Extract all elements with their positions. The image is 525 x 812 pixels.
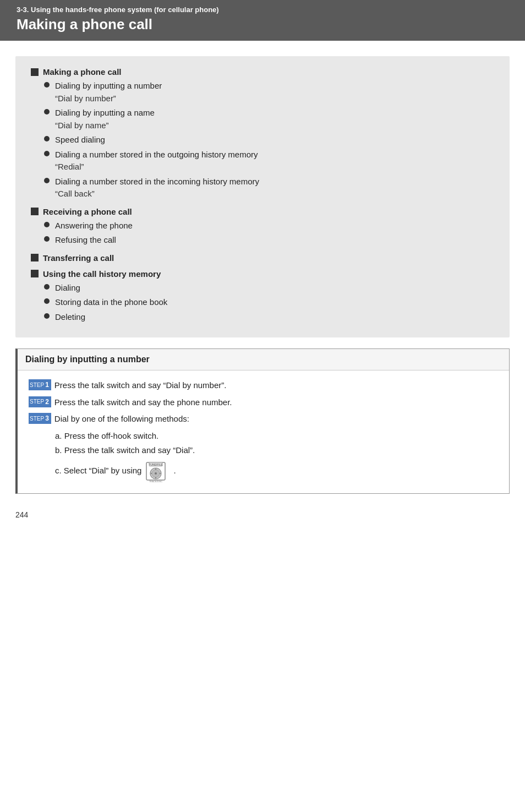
step-text-2: Press the talk switch and say the phone … <box>54 396 232 409</box>
sub-step-text-b: Press the talk switch and say “Dial”. <box>64 445 195 455</box>
toc-items-history: Dialing Storing data in the phone book D… <box>31 282 494 324</box>
sub-step-c-row: c. Select “Dial” by using TUNE/FILE <box>55 459 498 482</box>
bullet-icon <box>44 151 50 156</box>
toc-heading-making: Making a phone call <box>31 67 494 77</box>
toc-heading-history: Using the call history memory <box>31 269 494 279</box>
bullet-icon <box>44 313 50 319</box>
step-text-1: Press the talk switch and say “Dial by n… <box>54 379 227 392</box>
tune-file-knob-icon: TUNE/FILE TRACK/DISC <box>146 459 169 482</box>
toc-item-text: Dialing a number stored in the incoming … <box>55 176 259 200</box>
toc-section-transferring: Transferring a call <box>31 253 494 263</box>
toc-heading-transferring: Transferring a call <box>31 253 494 263</box>
toc-items-receiving: Answering the phone Refusing the call <box>31 220 494 247</box>
toc-heading-label: Using the call history memory <box>43 269 161 279</box>
page-header: 3-3. Using the hands-free phone system (… <box>0 0 525 41</box>
section-title: Dialing by inputting a number <box>18 349 509 370</box>
toc-item-text: Dialing by inputting a number “Dial by n… <box>55 80 162 105</box>
list-item: Dialing a number stored in the outgoing … <box>44 149 494 173</box>
step-label: STEP <box>30 397 44 406</box>
period: . <box>173 466 176 475</box>
step-row-1: STEP 1 Press the talk switch and say “Di… <box>29 379 498 392</box>
square-icon <box>31 68 39 76</box>
step-text-3: Dial by one of the following methods: <box>54 413 189 426</box>
bullet-icon <box>44 222 50 227</box>
bullet-icon <box>44 284 50 290</box>
toc-heading-label: Transferring a call <box>43 253 114 263</box>
toc-section-making: Making a phone call Dialing by inputting… <box>31 67 494 200</box>
square-icon <box>31 254 39 261</box>
list-item: Answering the phone <box>44 220 494 232</box>
toc-item-text: Refusing the call <box>55 234 116 247</box>
toc-item-text: Dialing a number stored in the outgoing … <box>55 149 258 173</box>
list-item: Dialing <box>44 282 494 295</box>
bullet-icon <box>44 82 50 88</box>
step-num-3: 3 <box>45 413 49 423</box>
list-item: Speed dialing <box>44 134 494 146</box>
square-icon <box>31 208 39 215</box>
list-item: Dialing by inputting a name “Dial by nam… <box>44 107 494 132</box>
toc-item-sub: “Dial by name” <box>55 119 155 132</box>
bullet-icon <box>44 236 50 242</box>
sub-step-label-a: a. <box>55 431 64 440</box>
bullet-icon <box>44 178 50 183</box>
toc-item-text: Deleting <box>55 311 85 324</box>
list-item: Deleting <box>44 311 494 324</box>
toc-box: Making a phone call Dialing by inputting… <box>15 56 510 337</box>
sub-step-a: a. Press the off-hook switch. <box>55 430 498 443</box>
toc-item-text: Dialing <box>55 282 80 295</box>
bullet-icon <box>44 298 50 304</box>
sub-step-text-a: Press the off-hook switch. <box>64 431 158 440</box>
step-badge-2: STEP 2 <box>29 396 51 407</box>
sub-steps: a. Press the off-hook switch. b. Press t… <box>55 430 498 457</box>
sub-step-text-c: Select “Dial” by using <box>64 466 142 475</box>
dialing-section: Dialing by inputting a number STEP 1 Pre… <box>15 348 510 494</box>
list-item: Refusing the call <box>44 234 494 247</box>
list-item: Dialing a number stored in the incoming … <box>44 176 494 200</box>
section-content: STEP 1 Press the talk switch and say “Di… <box>18 370 509 493</box>
step-row-2: STEP 2 Press the talk switch and say the… <box>29 396 498 409</box>
toc-item-text: Answering the phone <box>55 220 133 232</box>
svg-text:TRACK/DISC: TRACK/DISC <box>149 480 162 483</box>
svg-text:TUNE/FILE: TUNE/FILE <box>149 463 163 466</box>
toc-item-text: Storing data in the phone book <box>55 296 167 309</box>
toc-item-sub: “Call back” <box>55 188 259 200</box>
step-label: STEP <box>30 415 44 423</box>
toc-item-text: Speed dialing <box>55 134 105 146</box>
step-num-2: 2 <box>45 397 49 407</box>
toc-section-receiving: Receiving a phone call Answering the pho… <box>31 207 494 247</box>
header-subtitle: 3-3. Using the hands-free phone system (… <box>17 6 508 14</box>
step-label: STEP <box>30 381 44 389</box>
toc-item-text: Dialing by inputting a name “Dial by nam… <box>55 107 155 132</box>
toc-item-sub: “Dial by number” <box>55 92 162 105</box>
list-item: Dialing by inputting a number “Dial by n… <box>44 80 494 105</box>
bullet-icon <box>44 109 50 115</box>
list-item: Storing data in the phone book <box>44 296 494 309</box>
toc-heading-receiving: Receiving a phone call <box>31 207 494 216</box>
page-number: 244 <box>15 510 510 519</box>
bullet-icon <box>44 136 50 141</box>
step-row-3: STEP 3 Dial by one of the following meth… <box>29 413 498 426</box>
sub-step-label-b: b. <box>55 445 64 455</box>
svg-point-5 <box>155 472 157 475</box>
sub-step-b: b. Press the talk switch and say “Dial”. <box>55 444 498 457</box>
toc-heading-label: Making a phone call <box>43 67 122 77</box>
sub-step-label-c: c. <box>55 466 62 475</box>
step-badge-3: STEP 3 <box>29 413 51 424</box>
toc-item-sub: “Redial” <box>55 161 258 173</box>
square-icon <box>31 270 39 277</box>
step-badge-1: STEP 1 <box>29 379 51 390</box>
toc-items-making: Dialing by inputting a number “Dial by n… <box>31 80 494 200</box>
toc-section-history: Using the call history memory Dialing St… <box>31 269 494 324</box>
toc-heading-label: Receiving a phone call <box>43 207 132 216</box>
step-num-1: 1 <box>45 380 49 390</box>
header-title: Making a phone call <box>17 16 508 33</box>
